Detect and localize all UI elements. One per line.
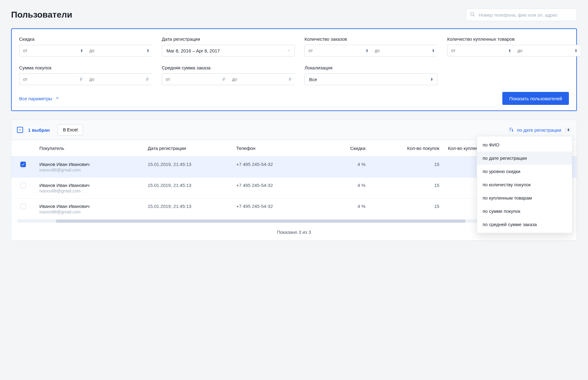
select-all-checkbox[interactable] [17,127,23,133]
cell-discount: 4 % [325,157,370,178]
cell-purchases: 15 [370,178,444,199]
buyer-name: Иванов Иван Иванович [39,204,139,209]
buyer-name: Иванов Иван Иванович [39,162,139,167]
col-purchases: Кол-во покупок [370,140,444,157]
search-icon [470,12,475,18]
show-users-button[interactable]: Показать пользователей [502,92,569,105]
items-to-input[interactable] [514,45,580,56]
buyer-email: ivanov88@gmail.com [39,188,139,193]
all-params-label: Все параметры [19,96,52,101]
cell-purchases: 15 [370,199,444,220]
filters-panel: Скидка ▲▼ ▲▼ Дата регистрации Mar 8, 201… [11,28,577,111]
row-checkbox[interactable] [20,162,26,167]
ruble-icon: ₽ [223,77,225,82]
orders-to-input[interactable] [371,45,437,56]
locale-value: Все [309,77,317,82]
cell-date: 15.01.2019, 21:45:13 [143,178,232,199]
filter-discount: Скидка ▲▼ ▲▼ [19,36,152,56]
filter-label: Количество купленных товаров [447,36,580,42]
sum-to-input[interactable] [86,73,152,85]
sort-menu-item[interactable]: по дате регистрации [477,151,572,165]
chevron-down-icon [287,48,291,53]
cell-discount: 4 % [325,178,370,199]
cell-phone: +7 495 245-54-32 [232,178,326,199]
col-reg-date: Дата регистрации [143,140,232,157]
locale-select[interactable]: Все ▲▼ [304,73,437,85]
filter-label: Количество заказов [304,36,437,42]
buyer-email: ivanov88@gmail.com [39,209,139,214]
sort-menu-item[interactable]: по количеству покупок [477,178,572,191]
sort-menu-item[interactable]: по ФИО [477,138,572,151]
stepper-icon: ▲▼ [430,77,433,81]
row-checkbox[interactable] [20,183,26,188]
cell-phone: +7 495 245-54-32 [232,199,326,220]
discount-to-input[interactable] [86,45,152,56]
cell-purchases: 15 [370,157,444,178]
cell-discount: 4 % [325,199,370,220]
avg-to-input[interactable] [228,73,295,85]
all-params-toggle[interactable]: Все параметры [19,96,59,101]
search-input[interactable] [466,9,577,21]
buyer-email: ivanov88@gmail.com [39,167,139,172]
filter-orders: Количество заказов ▲▼ ▲▼ [304,36,437,56]
svg-line-1 [473,15,474,16]
buyer-name: Иванов Иван Иванович [39,183,139,188]
filter-locale: Локализация Все ▲▼ [304,65,437,85]
avg-from-input[interactable] [162,73,228,85]
sort-menu-item[interactable]: по купленным товарам [477,191,572,204]
ruble-icon: ₽ [146,77,149,82]
sort-direction-toggle[interactable]: ▲▼ [566,128,571,132]
sort-menu-item[interactable]: по сумме покупок [477,204,572,218]
sort-menu-item[interactable]: по средней сумме заказа [477,218,572,231]
filter-reg-date: Дата регистрации Mar 8, 2016 – Apr 8, 20… [162,36,295,56]
col-discount: Скидка [325,140,370,157]
filter-label: Дата регистрации [162,36,295,42]
filter-label: Сумма покупок [19,65,152,70]
chevron-up-icon [55,96,59,101]
sort-menu: по ФИОпо дате регистрациипо уровню скидк… [477,136,572,233]
cell-phone: +7 495 245-54-32 [232,157,326,178]
sort-label: по дате регистрации [517,127,561,133]
filter-items: Количество купленных товаров ▲▼ ▲▼ [447,36,580,56]
search-wrap [466,9,577,21]
selected-count: 1 выбран [28,127,50,133]
orders-from-input[interactable] [304,45,371,56]
ruble-icon: ₽ [80,77,83,82]
filter-label: Средняя сумма заказа [162,65,295,70]
table-panel: 1 выбран В Excel по дате регистрации ▲▼ … [11,120,577,241]
col-phone: Телефон [232,140,326,157]
sum-from-input[interactable] [19,73,86,85]
sort-dropdown[interactable]: по дате регистрации ▲▼ [508,127,571,133]
col-buyer: Покупатель [35,140,143,157]
scrollbar-thumb[interactable] [56,220,466,223]
ruble-icon: ₽ [289,77,292,82]
cell-date: 15.01.2019, 21:45:13 [143,157,232,178]
row-checkbox[interactable] [20,204,26,209]
sort-icon [508,127,514,133]
export-excel-button[interactable]: В Excel [58,124,83,135]
filter-label: Скидка [19,36,152,42]
filter-sum: Сумма покупок ₽ ₽ [19,65,152,85]
items-from-input[interactable] [447,45,514,56]
page-title: Пользователи [11,10,72,20]
filter-label: Локализация [304,65,437,70]
svg-point-0 [471,13,474,16]
sort-menu-item[interactable]: по уровню скидки [477,165,572,178]
filter-avg: Средняя сумма заказа ₽ ₽ [162,65,295,85]
cell-date: 15.01.2019, 21:45:13 [143,199,232,220]
reg-date-value: Mar 8, 2016 – Apr 8, 2017 [166,48,220,53]
discount-from-input[interactable] [19,45,86,56]
reg-date-select[interactable]: Mar 8, 2016 – Apr 8, 2017 [162,45,295,56]
